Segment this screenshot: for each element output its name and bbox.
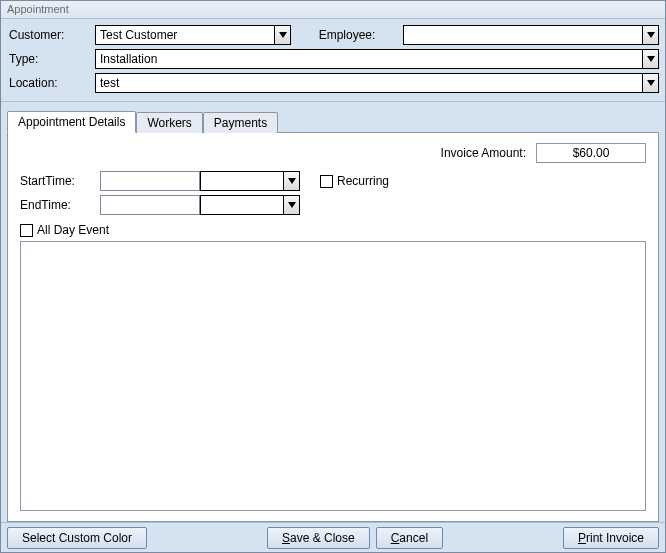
dropdown-icon [642, 26, 658, 44]
print-invoice-button[interactable]: Print Invoice [563, 527, 659, 549]
type-label: Type: [7, 50, 95, 68]
tab-workers[interactable]: Workers [136, 112, 202, 133]
location-label: Location: [7, 74, 95, 92]
location-combo[interactable]: test [95, 73, 659, 93]
header-panel: Customer: Test Customer Employee: Type: … [1, 19, 665, 102]
location-value: test [96, 76, 642, 90]
footer-bar: Select Custom Color Save & Close Cancel … [1, 522, 665, 552]
starttime-date-input[interactable] [100, 171, 200, 191]
customer-combo[interactable]: Test Customer [95, 25, 291, 45]
invoice-amount-value: $60.00 [536, 143, 646, 163]
dropdown-icon [283, 196, 299, 214]
invoice-amount-label: Invoice Amount: [441, 146, 526, 160]
recurring-label: Recurring [337, 174, 389, 188]
endtime-label: EndTime: [20, 198, 100, 212]
allday-checkbox[interactable]: All Day Event [20, 223, 646, 237]
endtime-time-combo[interactable] [200, 195, 300, 215]
window-title: Appointment [7, 3, 69, 15]
tabstrip: Appointment Details Workers Payments [7, 110, 659, 132]
endtime-date-input[interactable] [100, 195, 200, 215]
tabs-panel: Appointment Details Workers Payments Inv… [1, 102, 665, 522]
tab-payments[interactable]: Payments [203, 112, 278, 133]
cancel-button[interactable]: Cancel [376, 527, 443, 549]
dropdown-icon [283, 172, 299, 190]
type-value: Installation [96, 52, 642, 66]
checkbox-icon [320, 175, 333, 188]
save-close-button[interactable]: Save & Close [267, 527, 370, 549]
dropdown-icon [642, 74, 658, 92]
tab-body: Invoice Amount: $60.00 StartTime: Recurr… [7, 132, 659, 522]
tab-details[interactable]: Appointment Details [7, 111, 136, 133]
titlebar: Appointment [1, 1, 665, 19]
recurring-checkbox[interactable]: Recurring [320, 174, 520, 188]
employee-label: Employee: [291, 28, 403, 42]
dropdown-icon [274, 26, 290, 44]
select-color-button[interactable]: Select Custom Color [7, 527, 147, 549]
dropdown-icon [642, 50, 658, 68]
employee-combo[interactable] [403, 25, 659, 45]
notes-textarea[interactable] [20, 241, 646, 511]
starttime-time-combo[interactable] [200, 171, 300, 191]
checkbox-icon [20, 224, 33, 237]
allday-label: All Day Event [37, 223, 109, 237]
starttime-label: StartTime: [20, 174, 100, 188]
customer-value: Test Customer [96, 28, 274, 42]
type-combo[interactable]: Installation [95, 49, 659, 69]
customer-label: Customer: [7, 26, 95, 44]
appointment-window: Appointment Customer: Test Customer Empl… [0, 0, 666, 553]
